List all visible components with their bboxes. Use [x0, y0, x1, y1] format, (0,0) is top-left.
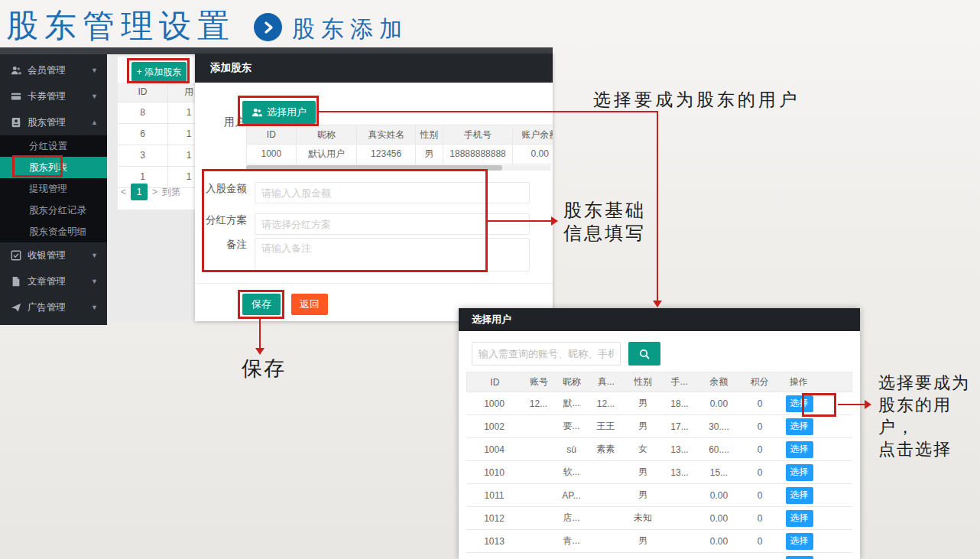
page: 股东管理设置 股东添加 会员管理 ▼ 卡券管理 ▼ 股东管理 ▲ 分红设置 股东… — [0, 0, 980, 559]
note-choose-user: 选择要成为 股东的用户， 点击选择 — [878, 372, 980, 460]
arrow-right-icon — [551, 216, 558, 226]
user-row: 1011 AP... 男 0.00 0 选择 — [466, 484, 852, 507]
form-row-remark: 备注 — [195, 238, 553, 271]
submenu-item-withdrawal[interactable]: 提现管理 — [0, 178, 107, 200]
annotation-line — [319, 111, 658, 112]
col-id: ID — [118, 83, 168, 102]
submenu-item-shareholder-list[interactable]: 股东列表 — [0, 157, 107, 178]
note-select-user: 选择要成为股东的用户 — [593, 88, 800, 112]
user-row: 1002 要... 王王 男 17... 30.... 0 选择 — [466, 415, 852, 438]
page-prev-button[interactable]: < — [121, 187, 126, 197]
page-subtitle: 股东添加 — [292, 14, 408, 45]
id-badge-icon — [11, 117, 21, 128]
sidebar-item-coupons[interactable]: 卡券管理 ▼ — [0, 83, 107, 109]
select-user-label: 选择用户 — [267, 106, 307, 119]
form-row-plan: 分红方案 — [195, 213, 553, 235]
submenu-item-fund-details[interactable]: 股东资金明细 — [0, 221, 107, 242]
paper-plane-icon — [11, 302, 21, 313]
add-shareholder-panel: 添加股东 用户 选择用户 ID 昵称 真实姓名 性别 手机号 账户余额 1000… — [195, 54, 553, 321]
choose-button[interactable]: 选择 — [786, 418, 813, 435]
choose-button[interactable]: 选择 — [786, 441, 813, 458]
note-basic-info: 股东基础 信息填写 — [563, 199, 646, 245]
sidebar-item-label: 股东管理 — [28, 116, 91, 129]
field-label: 入股金额 — [195, 182, 255, 203]
chevron-circle-icon — [254, 13, 282, 41]
page-jump-label: 到第 — [162, 186, 180, 199]
panel-title: 添加股东 — [195, 54, 553, 83]
users-icon — [251, 107, 262, 118]
sidebar-item-shareholders[interactable]: 股东管理 ▲ — [0, 109, 107, 135]
user-row: 1004 sù 素素 女 13... 60.... 0 选择 — [466, 438, 852, 461]
annotation-line — [838, 404, 865, 405]
sidebar-item-label: 收银管理 — [28, 249, 91, 262]
sidebar-item-members[interactable]: 会员管理 ▼ — [0, 57, 107, 83]
pagination: < 1 > 到第 — [121, 184, 180, 200]
user-row: 1013 青... 男 0.00 0 选择 — [466, 530, 852, 553]
table-row: 1000 默认用户 123456 男 18888888888 0.00 — [246, 145, 553, 164]
add-shareholder-button[interactable]: + 添加股东 — [131, 62, 187, 82]
search-button[interactable] — [628, 342, 660, 366]
choose-button[interactable]: 选择 — [786, 487, 813, 504]
sidebar-item-label: 会员管理 — [28, 64, 91, 77]
annotation-line — [657, 111, 658, 302]
chevron-up-icon: ▲ — [91, 119, 98, 126]
dividend-plan-input[interactable] — [255, 213, 530, 235]
plus-icon: + — [137, 67, 142, 77]
divider — [195, 283, 553, 284]
user-search-input[interactable] — [472, 342, 621, 366]
horizontal-scrollbar[interactable] — [246, 165, 551, 171]
page-number[interactable]: 1 — [131, 184, 148, 200]
amount-input[interactable] — [255, 182, 530, 203]
chevron-down-icon: ▼ — [91, 252, 98, 259]
scrollbar-thumb[interactable] — [246, 165, 502, 171]
choose-button[interactable]: 选择 — [786, 510, 813, 527]
sidebar-item-label: 广告管理 — [28, 301, 91, 314]
chevron-down-icon: ▼ — [91, 67, 98, 74]
field-label: 备注 — [195, 238, 255, 271]
table-header-row: ID 账号 昵称 真... 性别 手... 余额 积分 操作 — [466, 372, 852, 392]
table-header-row: ID 昵称 真实姓名 性别 手机号 账户余额 — [246, 125, 553, 145]
arrow-down-icon — [255, 348, 264, 355]
search-icon — [638, 348, 651, 360]
choose-button[interactable]: 选择 — [786, 556, 813, 559]
chevron-down-icon: ▼ — [91, 304, 98, 311]
submenu-item-dividend-records[interactable]: 股东分红记录 — [0, 200, 107, 221]
select-user-modal: 选择用户 ID 账号 昵称 真... 性别 手... 余额 积分 操作 1000… — [459, 308, 860, 559]
user-row: 1012 店... 未知 0.00 0 选择 — [466, 507, 852, 530]
chevron-down-icon: ▼ — [91, 93, 98, 100]
checkbox-icon — [11, 250, 21, 261]
user-row: 1000 12... 默... 12... 男 18... 0.00 0 选择 — [466, 392, 852, 415]
selected-user-table: ID 昵称 真实姓名 性别 手机号 账户余额 1000 默认用户 123456 … — [246, 125, 553, 164]
sidebar-item-label: 卡券管理 — [28, 90, 91, 103]
arrow-right-icon — [865, 400, 871, 409]
remark-textarea[interactable] — [255, 238, 530, 271]
user-row-partial: 选择 — [466, 553, 852, 559]
users-icon — [11, 65, 21, 76]
user-row: 1010 软... 男 13... 15... 0 选择 — [466, 461, 852, 484]
chevron-down-icon: ▼ — [91, 278, 98, 285]
sidebar-submenu: 分红设置 股东列表 提现管理 股东分红记录 股东资金明细 — [0, 135, 107, 242]
page-next-button[interactable]: > — [152, 187, 157, 197]
form-row-amount: 入股金额 — [195, 182, 553, 203]
annotation-line — [259, 319, 261, 349]
note-save: 保存 — [242, 355, 286, 382]
save-button[interactable]: 保存 — [242, 294, 281, 315]
sidebar-item-ads[interactable]: 广告管理 ▼ — [0, 294, 107, 320]
choose-button[interactable]: 选择 — [786, 533, 813, 550]
arrow-down-icon — [653, 301, 662, 307]
field-label: 分红方案 — [195, 213, 255, 235]
back-button[interactable]: 返回 — [291, 294, 328, 315]
choose-button[interactable]: 选择 — [786, 464, 813, 481]
submenu-item-dividend-settings[interactable]: 分红设置 — [0, 135, 107, 157]
select-user-button[interactable]: 选择用户 — [242, 101, 316, 124]
sidebar-item-label: 文章管理 — [28, 275, 91, 288]
document-icon — [11, 276, 21, 287]
choose-button[interactable]: 选择 — [786, 395, 813, 412]
sidebar-item-cashier[interactable]: 收银管理 ▼ — [0, 242, 107, 268]
annotation-line — [488, 220, 552, 222]
card-icon — [11, 91, 21, 102]
sidebar-item-articles[interactable]: 文章管理 ▼ — [0, 268, 107, 294]
sidebar: 会员管理 ▼ 卡券管理 ▼ 股东管理 ▲ 分红设置 股东列表 提现管理 股东分红… — [0, 54, 107, 325]
page-title: 股东管理设置 — [6, 5, 235, 47]
user-table: ID 账号 昵称 真... 性别 手... 余额 积分 操作 1000 12..… — [466, 372, 852, 559]
